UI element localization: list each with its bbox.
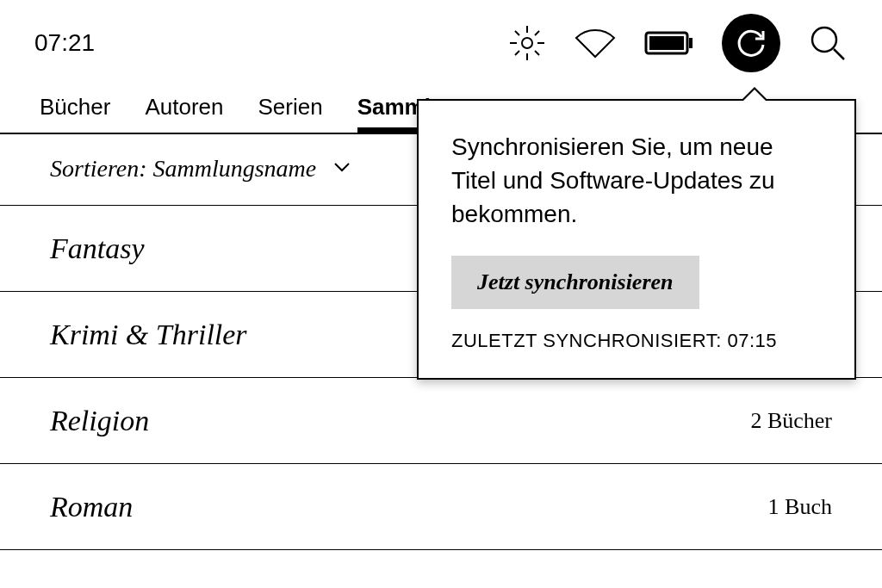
sync-message: Synchronisieren Sie, um neue Titel und S… (451, 130, 822, 232)
wifi-icon[interactable] (574, 26, 617, 60)
collection-name: Religion (50, 405, 149, 437)
sync-popover: Synchronisieren Sie, um neue Titel und S… (417, 99, 856, 380)
tab-books[interactable]: Bücher (40, 94, 110, 133)
svg-rect-10 (689, 38, 693, 48)
last-synced-label: ZULETZT SYNCHRONISIERT: 07:15 (451, 330, 822, 352)
chevron-down-icon (333, 161, 351, 176)
status-icons (508, 14, 848, 72)
sync-icon[interactable] (722, 14, 780, 72)
svg-line-5 (515, 31, 519, 35)
collection-count: 1 Buch (768, 494, 832, 520)
collection-name: Fantasy (50, 232, 145, 265)
collection-count: 2 Bücher (750, 408, 832, 434)
svg-rect-11 (649, 36, 684, 50)
sort-label: Sortieren: Sammlungsname (50, 155, 316, 183)
list-item[interactable]: Roman 1 Buch (0, 464, 882, 550)
tab-authors[interactable]: Autoren (145, 94, 223, 133)
collection-name: Krimi & Thriller (50, 319, 247, 351)
status-bar: 07:21 (0, 0, 882, 86)
svg-line-8 (535, 31, 539, 35)
svg-point-0 (522, 38, 532, 48)
list-item[interactable]: Religion 2 Bücher (0, 378, 882, 464)
svg-line-13 (834, 49, 844, 59)
sync-now-button[interactable]: Jetzt synchronisieren (451, 256, 699, 309)
collection-name: Roman (50, 491, 133, 523)
clock: 07:21 (34, 29, 95, 57)
tab-series[interactable]: Serien (258, 94, 322, 133)
svg-line-6 (535, 51, 539, 55)
svg-line-7 (515, 51, 519, 55)
svg-point-12 (812, 28, 836, 52)
brightness-icon[interactable] (508, 24, 546, 62)
battery-icon (644, 29, 694, 57)
search-icon[interactable] (808, 23, 848, 63)
